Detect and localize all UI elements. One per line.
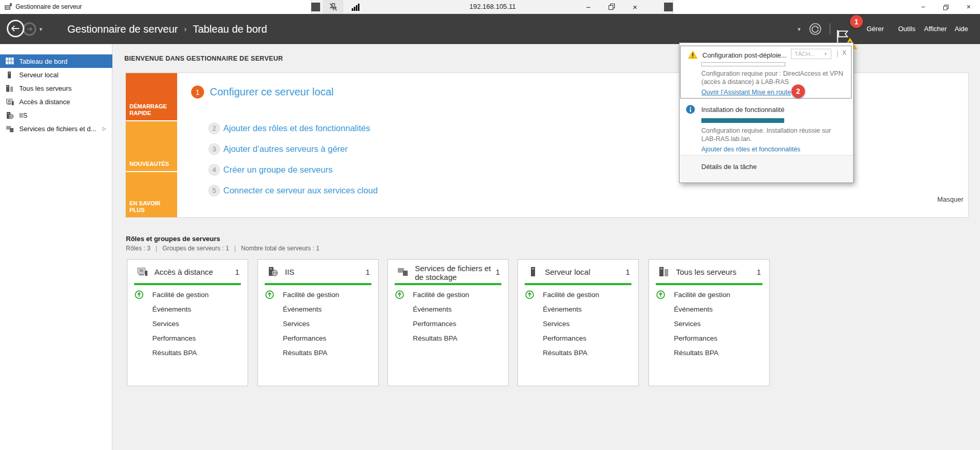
card-row-manageability[interactable]: Facilité de gestion	[127, 287, 248, 302]
sidebar-item-label: Services de fichiers et d...	[19, 125, 96, 133]
card-title[interactable]: Accès à distance	[154, 260, 213, 285]
toolbar-dropdown-caret-icon[interactable]: ▾	[798, 14, 801, 44]
rdp-minimize-button[interactable]: −	[578, 0, 599, 13]
card-server-count: 1	[626, 260, 630, 285]
card-row-label: Événements	[152, 305, 191, 313]
warning-triangle-icon	[687, 50, 698, 62]
card-row-services[interactable]: Services	[258, 316, 378, 331]
open-getting-started-wizard-link[interactable]: Ouvrir l’Assistant Mise en route	[701, 89, 791, 96]
card-row-manageability[interactable]: Facilité de gestion	[388, 287, 508, 302]
sidebar-item-local-server[interactable]: Serveur local	[0, 68, 112, 81]
navigation-bar: ▾ Gestionnaire de serveur›Tableau de bor…	[0, 14, 980, 44]
window-minimize-button[interactable]: −	[912, 0, 934, 14]
tile-whats-new[interactable]: NOUVEAUTÉS	[126, 121, 177, 171]
sidebar: Tableau de bord Serveur local Tous les s…	[0, 44, 112, 450]
card-row-bpa-results[interactable]: Résultats BPA	[258, 345, 378, 360]
history-dropdown-caret-icon[interactable]: ▾	[39, 14, 42, 44]
sidebar-item-file-services[interactable]: Services de fichiers et d... ▷	[0, 122, 112, 135]
manageability-ok-icon	[258, 290, 283, 299]
forward-button[interactable]	[23, 22, 36, 36]
card-row-label: Services	[283, 320, 310, 328]
task-details-row[interactable]: Détails de la tâche	[680, 156, 853, 182]
local-server-icon	[527, 266, 539, 279]
step-2-link[interactable]: Ajouter des rôles et des fonctionnalités	[223, 123, 370, 133]
card-row-services[interactable]: Services	[649, 316, 769, 331]
card-row-bpa-results[interactable]: Résultats BPA	[127, 345, 248, 360]
card-row-events[interactable]: Événements	[127, 302, 248, 316]
all-servers-icon	[658, 266, 670, 279]
hide-welcome-link[interactable]: Masquer	[917, 195, 963, 203]
post-deployment-notification: Configuration post-déploie... TÂCH... ▼ …	[680, 46, 852, 99]
card-row-label: Performances	[543, 334, 586, 342]
connection-quality-icon[interactable]	[345, 0, 366, 13]
card-server-count: 1	[366, 260, 370, 285]
tasks-dropdown-label: TÂCH...	[795, 51, 815, 57]
card-row-performance[interactable]: Performances	[649, 331, 769, 345]
card-row-performance[interactable]: Performances	[518, 331, 638, 345]
menu-tools[interactable]: Outils	[898, 14, 915, 44]
rdp-bar-right-cap	[664, 3, 673, 11]
card-iis: IIS 1 Facilité de gestion Événements Ser…	[257, 259, 379, 386]
card-title[interactable]: Services de fichiers et de stockage	[415, 264, 493, 282]
card-row-manageability[interactable]: Facilité de gestion	[649, 287, 769, 302]
window-restore-button[interactable]	[934, 0, 957, 14]
card-row-manageability[interactable]: Facilité de gestion	[518, 287, 638, 302]
card-title[interactable]: Serveur local	[545, 260, 590, 285]
step-1-link[interactable]: Configurer ce serveur local	[210, 86, 334, 98]
sidebar-item-iis[interactable]: IIS	[0, 108, 112, 122]
menu-help[interactable]: Aide	[955, 14, 968, 44]
sidebar-item-all-servers[interactable]: Tous les serveurs	[0, 81, 112, 95]
menu-view[interactable]: Afficher	[924, 14, 947, 44]
rdp-restore-button[interactable]	[601, 0, 622, 13]
sidebar-item-remote-access[interactable]: Accès à distance	[0, 95, 112, 108]
refresh-button[interactable]	[809, 23, 822, 35]
card-row-bpa-results[interactable]: Résultats BPA	[649, 345, 769, 360]
card-row-performance[interactable]: Performances	[258, 331, 378, 345]
toolbar-separator	[830, 23, 830, 35]
card-row-label: Performances	[283, 334, 326, 342]
card-server-count: 1	[235, 260, 239, 285]
card-row-performance[interactable]: Performances	[388, 316, 508, 331]
card-row-manageability[interactable]: Facilité de gestion	[258, 287, 378, 302]
menu-manage[interactable]: Gérer	[867, 14, 884, 44]
card-title[interactable]: Tous les serveurs	[676, 260, 737, 285]
roles-count: Rôles : 3	[126, 245, 150, 252]
window-close-button[interactable]: ×	[957, 0, 980, 14]
info-icon	[686, 105, 695, 116]
total-servers-count: Nombre total de serveurs : 1	[241, 245, 319, 252]
card-row-bpa-results[interactable]: Résultats BPA	[388, 331, 508, 345]
card-row-events[interactable]: Événements	[518, 302, 638, 316]
card-row-events[interactable]: Événements	[388, 302, 508, 316]
sidebar-item-dashboard[interactable]: Tableau de bord	[0, 54, 112, 68]
card-row-performance[interactable]: Performances	[127, 331, 248, 345]
tasks-dropdown-button[interactable]: TÂCH... ▼	[791, 49, 831, 59]
add-roles-features-link[interactable]: Ajouter des rôles et fonctionnalités	[701, 146, 800, 153]
notification-close-button[interactable]: X	[842, 49, 846, 57]
pin-icon[interactable]	[323, 0, 343, 13]
manageability-ok-icon	[518, 290, 543, 299]
card-row-label: Résultats BPA	[413, 334, 457, 342]
card-local-server: Serveur local 1 Facilité de gestion Évén…	[517, 259, 639, 386]
feature-install-progress-bar	[701, 118, 784, 123]
expand-chevron-icon[interactable]: ▷	[103, 126, 106, 131]
card-row-label: Résultats BPA	[283, 349, 327, 357]
back-button[interactable]	[7, 20, 24, 37]
card-row-services[interactable]: Services	[127, 316, 248, 331]
step-3-link[interactable]: Ajouter d’autres serveurs à gérer	[223, 144, 348, 154]
step-5-link[interactable]: Connecter ce serveur aux services cloud	[223, 186, 378, 195]
step-4-link[interactable]: Créer un groupe de serveurs	[223, 165, 333, 175]
card-row-events[interactable]: Événements	[258, 302, 378, 316]
card-remote-access: Accès à distance 1 Facilité de gestion É…	[127, 259, 248, 386]
step-1-number: 1	[191, 86, 204, 99]
card-row-bpa-results[interactable]: Résultats BPA	[518, 345, 638, 360]
card-row-label: Services	[674, 320, 701, 328]
rdp-close-button[interactable]: ×	[625, 0, 645, 13]
card-title[interactable]: IIS	[285, 260, 294, 285]
card-row-events[interactable]: Événements	[649, 302, 769, 316]
breadcrumb-root[interactable]: Gestionnaire de serveur	[67, 23, 178, 35]
tile-learn-more[interactable]: EN SAVOIR PLUS	[126, 172, 177, 217]
card-row-services[interactable]: Services	[518, 316, 638, 331]
server-manager-icon	[4, 3, 12, 13]
tile-quick-start[interactable]: DÉMARRAGE RAPIDE	[126, 73, 177, 120]
step-2-number: 2	[208, 122, 220, 134]
